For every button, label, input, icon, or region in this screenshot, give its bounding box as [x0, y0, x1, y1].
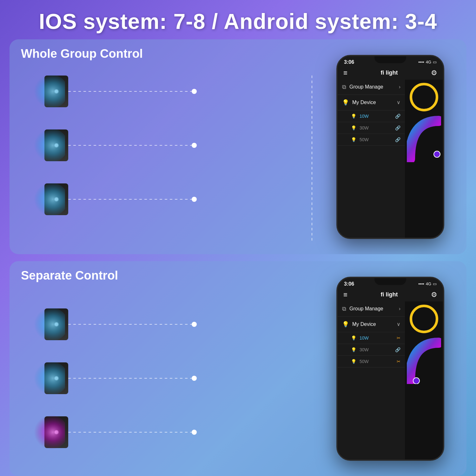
device-10w-top[interactable]: 💡 10W 🔗 [338, 110, 405, 122]
color-arc-bottom [407, 336, 441, 384]
bulb-icon-30w-top: 💡 [351, 125, 356, 130]
device-row-3 [44, 183, 197, 215]
gear-icon-top[interactable]: ⚙ [431, 69, 437, 77]
sep-device-50w-label: 50W [360, 359, 393, 364]
svg-point-1 [30, 128, 65, 163]
sep-endpoint-3 [192, 430, 197, 435]
h-line-2 [68, 145, 192, 146]
device-30w-top[interactable]: 💡 30W 🔗 [338, 122, 405, 134]
device-dot-3 [54, 197, 59, 202]
sep-device-dot-3 [54, 430, 59, 434]
hamburger-icon-bottom[interactable]: ≡ [343, 291, 347, 299]
chevron-right-bottom: › [399, 306, 400, 312]
sep-device-10w[interactable]: 💡 10W ✂ [338, 332, 405, 344]
color-ring-bottom [410, 305, 438, 333]
device-50w-label-top: 50W [360, 137, 392, 142]
sep-endpoint-2 [192, 376, 197, 381]
page-header: IOS system: 7-8 / Android system: 3-4 [0, 0, 476, 39]
endpoint-2 [192, 143, 197, 148]
sep-device-dot-2 [54, 376, 59, 380]
unlink-icon-10w: ✂ [397, 335, 400, 340]
chevron-down-bottom: ∨ [397, 321, 400, 327]
copy-icon-top: ⧉ [342, 84, 346, 90]
color-wheel-top [405, 80, 443, 238]
sep-h-line-1 [68, 324, 192, 325]
link-icon-50w-top: 🔗 [395, 137, 400, 142]
sep-light-device-1 [44, 308, 68, 340]
separate-diagram [19, 283, 317, 454]
network-type-label: 4G [426, 60, 431, 64]
group-manage-item-bottom[interactable]: ⧉ Group Manage › [338, 301, 405, 317]
sep-h-line-3 [68, 432, 192, 433]
app-body-top: ⧉ Group Manage › 💡 My Device ∨ 💡 [338, 80, 443, 238]
battery-icon: ▭ [433, 60, 437, 64]
color-arc-top [407, 115, 441, 162]
group-manage-label-bottom: Group Manage [349, 306, 396, 312]
svg-point-4 [434, 151, 440, 157]
main-content: Whole Group Control [10, 39, 466, 476]
sep-device-dot-1 [54, 322, 59, 327]
signal-bars-icon-bottom: ▪▪▪▪ [418, 281, 424, 286]
sep-device-row-3 [44, 416, 197, 448]
sep-light-device-2 [44, 362, 68, 394]
battery-icon-bottom: ▭ [433, 281, 437, 286]
light-device-3 [44, 183, 68, 215]
light-device-1 [44, 76, 68, 107]
device-50w-top[interactable]: 💡 50W 🔗 [338, 134, 405, 146]
color-ring-inner-bottom [416, 311, 432, 327]
network-type-label-bottom: 4G [426, 281, 431, 286]
app-title-bottom: fi light [380, 291, 398, 298]
h-line-3 [68, 199, 192, 200]
phone-notch-top [374, 56, 406, 63]
bulb-icon-50w-top: 💡 [351, 137, 356, 142]
color-ring-top [410, 83, 438, 111]
phone-bottom: 3:06 ▪▪▪▪ 4G ▭ ≡ fi light ⚙ ⧉ [336, 277, 444, 461]
phone-top: 3:06 ▪▪▪▪ 4G ▭ ≡ fi light ⚙ [336, 55, 444, 239]
sep-endpoint-1 [192, 322, 197, 327]
page-title: IOS system: 7-8 / Android system: 3-4 [0, 9, 476, 34]
sep-device-30w[interactable]: 💡 30W 🔗 [338, 344, 405, 356]
bulb-icon-10w-top: 💡 [351, 114, 356, 119]
color-ring-inner-top [416, 89, 432, 105]
light-device-2 [44, 129, 68, 161]
svg-point-5 [30, 307, 65, 342]
menu-list-top: ⧉ Group Manage › 💡 My Device ∨ 💡 [338, 80, 405, 238]
whole-group-panel: Whole Group Control [10, 39, 466, 254]
sep-device-10w-label: 10W [360, 335, 393, 340]
endpoint-1 [192, 89, 197, 94]
app-header-bottom: ≡ fi light ⚙ [338, 288, 443, 301]
status-time-bottom: 3:06 [344, 281, 354, 287]
device-dot-1 [54, 89, 59, 94]
my-device-item-top[interactable]: 💡 My Device ∨ [338, 95, 405, 110]
my-device-label-top: My Device [352, 100, 393, 105]
hamburger-icon-top[interactable]: ≡ [343, 69, 347, 77]
h-line-1 [68, 91, 192, 92]
bulb-icon-sep-30w: 💡 [351, 347, 356, 352]
group-manage-item-top[interactable]: ⧉ Group Manage › [338, 80, 405, 95]
separate-control-label: Separate Control [21, 269, 118, 282]
bulb-icon-top: 💡 [342, 99, 349, 106]
signal-bars-icon: ▪▪▪▪ [418, 60, 424, 64]
separate-control-panel: Separate Control [10, 261, 466, 476]
my-device-label-bottom: My Device [352, 321, 393, 327]
menu-list-bottom: ⧉ Group Manage › 💡 My Device ∨ 💡 10 [338, 301, 405, 459]
gear-icon-bottom[interactable]: ⚙ [431, 291, 437, 299]
sep-device-row-2 [44, 362, 197, 394]
endpoint-3 [192, 197, 197, 202]
chevron-right-top: › [399, 84, 400, 90]
sep-device-50w[interactable]: 💡 50W ✂ [338, 356, 405, 367]
status-time-top: 3:06 [344, 59, 354, 65]
my-device-item-bottom[interactable]: 💡 My Device ∨ [338, 317, 405, 332]
link-icon-30w-top: 🔗 [395, 125, 400, 130]
color-wheel-bottom [405, 301, 443, 459]
svg-point-6 [30, 361, 65, 396]
svg-point-8 [413, 378, 420, 384]
phone-top-container: 3:06 ▪▪▪▪ 4G ▭ ≡ fi light ⚙ [324, 55, 457, 239]
link-icon-30w-bottom: 🔗 [395, 347, 400, 352]
sep-light-device-3 [44, 416, 68, 448]
device-dot-2 [54, 143, 59, 148]
app-header-top: ≡ fi light ⚙ [338, 66, 443, 80]
link-icon-10w-top: 🔗 [395, 114, 400, 119]
whole-group-diagram [19, 50, 317, 244]
sep-device-30w-label: 30W [360, 347, 392, 352]
